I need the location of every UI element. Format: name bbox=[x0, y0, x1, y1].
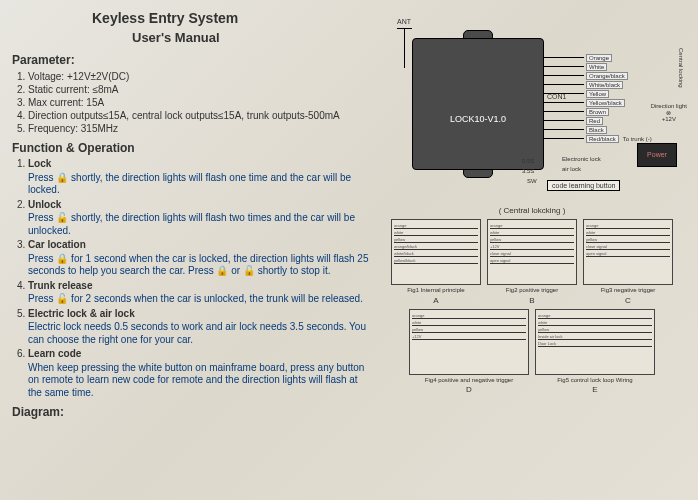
op-item: Learn codeWhen keep pressing the white b… bbox=[28, 348, 372, 399]
antenna-label: ANT bbox=[397, 18, 411, 25]
parameter-list: Voltage: +12V±2V(DC) Static current: ≤8m… bbox=[12, 70, 372, 135]
chip-module: LOCK10-V1.0 bbox=[412, 38, 544, 170]
wire-label: Black bbox=[586, 126, 607, 134]
sub-caption: Fig3 negative trigger bbox=[583, 287, 673, 294]
operation-list: LockPress 🔒 shortly, the direction light… bbox=[12, 158, 372, 399]
function-heading: Function & Operation bbox=[12, 141, 372, 155]
op-body: Press 🔓 for 2 seconds when the car is un… bbox=[28, 293, 372, 306]
chip-label: LOCK10-V1.0 bbox=[413, 114, 543, 124]
sub-caption: Fig1 Internal principle bbox=[391, 287, 481, 294]
op-item: Electric lock & air lockElectric lock ne… bbox=[28, 308, 372, 347]
mini-wire: yellow/black bbox=[394, 258, 478, 264]
mini-wire: orange/black bbox=[394, 244, 478, 250]
op-body: When keep pressing the white button on m… bbox=[28, 362, 372, 400]
mini-wire: white bbox=[538, 320, 652, 326]
op-body: Electric lock needs 0.5 seconds to work … bbox=[28, 321, 372, 346]
sub-caption: Fig5 control lock loop Wiring bbox=[535, 377, 655, 384]
antenna-top-icon bbox=[397, 28, 412, 29]
sub-diagram: orange white yellow orange/black white/b… bbox=[391, 219, 481, 305]
mini-wire: yellow bbox=[412, 327, 526, 333]
op-item: UnlockPress 🔓 shortly, the direction lig… bbox=[28, 199, 372, 238]
op-body: Press 🔒 for 1 second when the car is loc… bbox=[28, 253, 372, 278]
op-title: Electric lock & air lock bbox=[28, 308, 135, 319]
wire-label: Red/black bbox=[586, 135, 619, 143]
trunk-label: To trunk (-) bbox=[623, 136, 652, 142]
mini-wire: white bbox=[412, 320, 526, 326]
op-body: Press 🔓 shortly, the direction lights wi… bbox=[28, 212, 372, 237]
wire-label: Orange bbox=[586, 54, 612, 62]
mini-wire: white bbox=[394, 230, 478, 236]
wire-label: White/black bbox=[586, 81, 623, 89]
mini-wire: close signal bbox=[586, 244, 670, 250]
mini-wire: white bbox=[586, 230, 670, 236]
mini-wire: Door Lock bbox=[538, 341, 652, 347]
mini-wire: yellow bbox=[394, 237, 478, 243]
doc-title: Keyless Entry System bbox=[92, 10, 372, 26]
main-wiring-diagram: ANT LOCK10-V1.0 CON1 Orange White Orange… bbox=[382, 18, 682, 198]
wire-label: Yellow/black bbox=[586, 99, 625, 107]
direction-light-label: Direction light ⊗ +12V bbox=[651, 103, 687, 122]
op-title: Lock bbox=[28, 158, 51, 169]
sub-letter: A bbox=[391, 296, 481, 305]
sub-letter: B bbox=[487, 296, 577, 305]
mini-wire: orange bbox=[490, 223, 574, 229]
power-box: Power bbox=[637, 143, 677, 167]
parameter-heading: Parameter: bbox=[12, 53, 372, 67]
airlock-label: air lock bbox=[562, 166, 581, 172]
mini-wire: close signal bbox=[490, 251, 574, 257]
sub-caption: Fig2 positive trigger bbox=[487, 287, 577, 294]
diagram-heading: Diagram: bbox=[12, 405, 372, 419]
wire-group: Orange White Orange/black White/black Ye… bbox=[544, 53, 684, 143]
op-title: Learn code bbox=[28, 348, 81, 359]
mini-wire: orange bbox=[412, 313, 526, 319]
sub-diagram: orange white yellow +12V Fig4 positive a… bbox=[409, 309, 529, 395]
mini-wire: open signal bbox=[490, 258, 574, 264]
sub-diagram: orange white yellow Inside air lock Door… bbox=[535, 309, 655, 395]
param-item: Static current: ≤8mA bbox=[28, 83, 372, 96]
sub-diagram: orange white yellow +12V close signal op… bbox=[487, 219, 577, 305]
lamp-icon: ⊗ bbox=[651, 109, 687, 116]
sub-letter: E bbox=[535, 385, 655, 394]
mini-wire: Inside air lock bbox=[538, 334, 652, 340]
mini-wire: white/black bbox=[394, 251, 478, 257]
mini-wire: orange bbox=[586, 223, 670, 229]
sub-group-title: ( Central lokcking ) bbox=[382, 206, 682, 215]
mini-wire: yellow bbox=[490, 237, 574, 243]
op-body: Press 🔒 shortly, the direction lights wi… bbox=[28, 172, 372, 197]
sub-letter: C bbox=[583, 296, 673, 305]
op-title: Unlock bbox=[28, 199, 61, 210]
elock-time-label: 0.5S bbox=[522, 158, 534, 164]
sub-diagram: orange white yellow close signal open si… bbox=[583, 219, 673, 305]
wire-label: White bbox=[586, 63, 607, 71]
mini-wire: yellow bbox=[586, 237, 670, 243]
antenna-icon bbox=[404, 28, 405, 68]
op-item: LockPress 🔒 shortly, the direction light… bbox=[28, 158, 372, 197]
plus12v-label: +12V bbox=[651, 116, 687, 122]
central-locking-label: Central locking bbox=[678, 48, 684, 88]
airlock-time-label: 3.5S bbox=[522, 168, 534, 174]
mini-wire: orange bbox=[538, 313, 652, 319]
mini-wire: white bbox=[490, 230, 574, 236]
sw-label: SW bbox=[527, 178, 537, 184]
op-title: Car location bbox=[28, 239, 86, 250]
op-item: Trunk releasePress 🔓 for 2 seconds when … bbox=[28, 280, 372, 306]
mini-wire: +12V bbox=[412, 334, 526, 340]
mini-wire: orange bbox=[394, 223, 478, 229]
learn-code-button-label: code learning button bbox=[547, 180, 620, 191]
doc-subtitle: User's Manual bbox=[132, 30, 372, 45]
sub-caption: Fig4 positive and negative trigger bbox=[409, 377, 529, 384]
param-item: Direction outputs≤15A, central lock outp… bbox=[28, 109, 372, 122]
sub-letter: D bbox=[409, 385, 529, 394]
sub-diagram-row1: orange white yellow orange/black white/b… bbox=[382, 219, 682, 305]
param-item: Frequency: 315MHz bbox=[28, 122, 372, 135]
wire-label: Yellow bbox=[586, 90, 609, 98]
param-item: Max current: 15A bbox=[28, 96, 372, 109]
wire-label: Red bbox=[586, 117, 603, 125]
op-item: Car locationPress 🔒 for 1 second when th… bbox=[28, 239, 372, 278]
mini-wire: open signal bbox=[586, 251, 670, 257]
wire-label: Orange/black bbox=[586, 72, 628, 80]
sub-diagram-row2: orange white yellow +12V Fig4 positive a… bbox=[382, 309, 682, 395]
mini-wire: +12V bbox=[490, 244, 574, 250]
op-title: Trunk release bbox=[28, 280, 92, 291]
mini-wire: yellow bbox=[538, 327, 652, 333]
